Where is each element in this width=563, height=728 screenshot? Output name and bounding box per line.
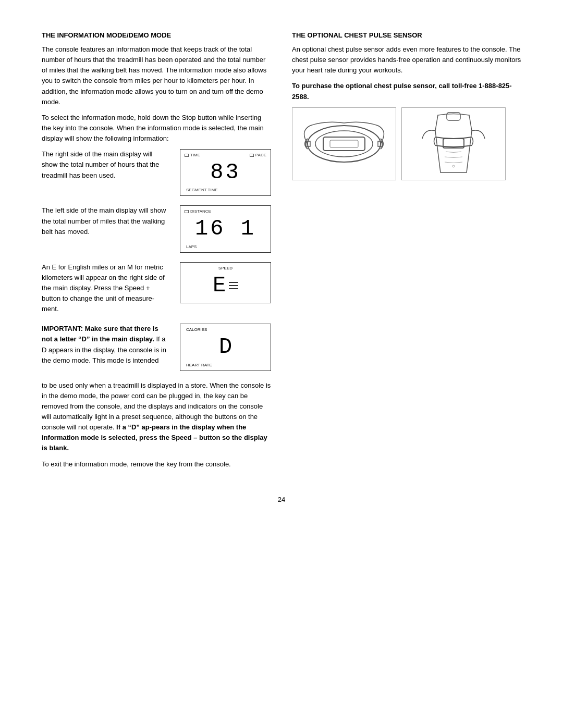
speed-line-2 xyxy=(229,285,238,286)
display1-time-label: TIME xyxy=(185,153,200,157)
display1-box: TIME PACE 83 SEGMENT TIME xyxy=(180,149,271,196)
important-bold: IMPORTANT: Make sure that there is not a… xyxy=(42,325,158,343)
display2-bottom: LAPS xyxy=(185,244,266,249)
calories-label: CALORIES xyxy=(185,327,207,332)
right-heading: THE OPTIONAL CHEST PULSE SENSOR xyxy=(292,31,521,39)
time-indicator xyxy=(185,154,189,157)
left-column: THE INFORMATION MODE/DEMO MODE The conso… xyxy=(42,31,271,475)
purchase-bold: To purchase the optional chest pulse sen… xyxy=(292,82,512,100)
page-content: THE INFORMATION MODE/DEMO MODE The conso… xyxy=(42,31,521,503)
right-para-1: An optional chest pulse sensor adds even… xyxy=(292,44,521,76)
heart-rate-label: HEART RATE xyxy=(185,363,212,367)
svg-point-1 xyxy=(315,131,373,157)
chest-strap-svg xyxy=(295,110,394,178)
display1-top-labels: TIME PACE xyxy=(185,153,266,157)
cal-top-row: CALORIES xyxy=(185,327,266,332)
bold-d-warning: If a “D” ap-pears in the display when th… xyxy=(42,423,267,452)
display-row-2: The left side of the main display will s… xyxy=(42,205,271,252)
display2-text: The left side of the main display will s… xyxy=(42,205,180,237)
speed-line-1 xyxy=(229,282,238,283)
right-bold-text: To purchase the optional chest pulse sen… xyxy=(292,81,521,102)
intro-para-1: The console features an information mode… xyxy=(42,44,271,107)
two-column-layout: THE INFORMATION MODE/DEMO MODE The conso… xyxy=(42,31,521,475)
left-heading: THE INFORMATION MODE/DEMO MODE xyxy=(42,31,271,39)
svg-rect-3 xyxy=(330,140,358,147)
cal-bottom-row: HEART RATE xyxy=(185,363,266,367)
display1-bottom: SEGMENT TIME xyxy=(185,188,266,192)
display2-number: 16 1 xyxy=(185,215,266,243)
display2-top-labels: DISTANCE xyxy=(185,209,266,214)
page-number: 24 xyxy=(42,496,521,503)
distance-indicator xyxy=(185,210,189,213)
person-wearing-sensor-image xyxy=(401,107,506,180)
demo-para-1: to be used only when a treadmill is disp… xyxy=(42,380,271,454)
display-row-3: An E for English miles or an M for metri… xyxy=(42,262,271,315)
display3-box: SPEED E xyxy=(180,262,271,303)
display3-text: An E for English miles or an M for metri… xyxy=(42,262,180,315)
display3-speed-label: SPEED xyxy=(185,266,266,270)
speed-lines xyxy=(229,282,238,289)
intro-para-2: To select the information mode, hold dow… xyxy=(42,113,271,144)
display1-pace-label: PACE xyxy=(250,153,266,157)
display-row-4: IMPORTANT: Make sure that there is not a… xyxy=(42,324,271,371)
display2-distance-label: DISTANCE xyxy=(185,209,211,214)
exit-para: To exit the information mode, remove the… xyxy=(42,459,271,470)
display-row-1: The right side of the main display will … xyxy=(42,149,271,196)
pace-indicator xyxy=(250,154,254,157)
display4-number: D xyxy=(185,333,266,361)
display3-number: E xyxy=(185,272,266,300)
display1-text: The right side of the main display will … xyxy=(42,149,180,180)
svg-rect-2 xyxy=(323,137,365,151)
chest-sensor-images xyxy=(292,107,521,180)
svg-point-6 xyxy=(452,165,455,167)
display4-box: CALORIES D HEART RATE xyxy=(180,324,271,371)
person-sensor-svg xyxy=(404,110,503,178)
display2-box: DISTANCE 16 1 LAPS xyxy=(180,205,271,252)
chest-strap-image xyxy=(292,107,396,180)
speed-line-3 xyxy=(229,288,238,289)
right-column: THE OPTIONAL CHEST PULSE SENSOR An optio… xyxy=(292,31,521,475)
display1-number: 83 xyxy=(185,158,266,187)
display4-text: IMPORTANT: Make sure that there is not a… xyxy=(42,324,180,366)
